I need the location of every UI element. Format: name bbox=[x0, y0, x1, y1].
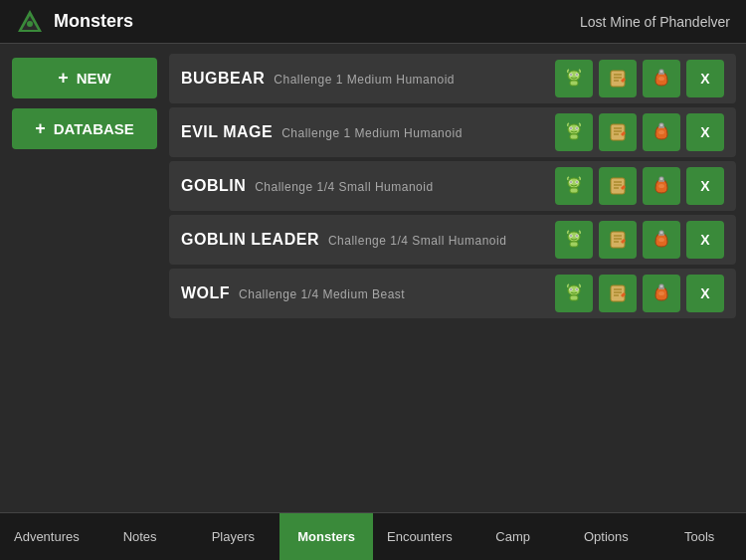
add-to-encounter-button[interactable] bbox=[643, 221, 680, 259]
database-button[interactable]: + DATABASE bbox=[12, 108, 157, 149]
x-label: X bbox=[700, 285, 709, 301]
potion-icon bbox=[651, 68, 672, 90]
svg-point-2 bbox=[27, 21, 33, 27]
scroll-icon bbox=[607, 68, 629, 90]
svg-point-46 bbox=[576, 235, 577, 236]
monster-actions: X bbox=[555, 275, 724, 312]
monster-actions: X bbox=[555, 113, 724, 151]
delete-monster-button[interactable]: X bbox=[686, 60, 724, 97]
svg-rect-60 bbox=[570, 295, 578, 300]
svg-rect-22 bbox=[611, 124, 625, 140]
add-to-encounter-button[interactable] bbox=[643, 113, 680, 151]
new-monster-button[interactable]: + NEW bbox=[12, 58, 157, 98]
x-label: X bbox=[700, 124, 709, 140]
svg-point-66 bbox=[658, 291, 664, 295]
delete-monster-button[interactable]: X bbox=[686, 167, 724, 205]
scroll-icon bbox=[607, 175, 629, 197]
edit-monster-button[interactable] bbox=[599, 275, 637, 312]
header: Monsters Lost Mine of Phandelver bbox=[0, 0, 746, 44]
svg-rect-8 bbox=[570, 81, 578, 86]
monster-row: BUGBEAR Challenge 1 Medium Humanoid bbox=[169, 54, 736, 103]
svg-rect-9 bbox=[611, 71, 625, 87]
monster-row: EVIL MAGE Challenge 1 Medium Humanoid bbox=[169, 107, 736, 157]
add-to-encounter-button[interactable] bbox=[643, 60, 680, 97]
svg-point-32 bbox=[570, 181, 571, 182]
database-label: DATABASE bbox=[54, 120, 134, 137]
x-label: X bbox=[700, 178, 709, 194]
view-monster-button[interactable] bbox=[555, 60, 593, 97]
monster-row: WOLF Challenge 1/4 Medium Beast bbox=[169, 269, 736, 318]
edit-monster-button[interactable] bbox=[599, 221, 637, 259]
bottom-nav: Adventures Notes Players Monsters Encoun… bbox=[0, 512, 746, 560]
view-monster-button[interactable] bbox=[555, 275, 593, 312]
svg-rect-34 bbox=[570, 188, 578, 193]
svg-rect-47 bbox=[570, 242, 578, 247]
nav-item-monsters[interactable]: Monsters bbox=[280, 513, 373, 560]
svg-point-45 bbox=[570, 235, 571, 236]
monster-icon bbox=[563, 175, 585, 197]
nav-item-tools[interactable]: Tools bbox=[653, 513, 746, 560]
plus-icon: + bbox=[58, 68, 69, 89]
app-title: Monsters bbox=[54, 11, 133, 32]
svg-point-19 bbox=[570, 127, 571, 128]
monster-icon bbox=[563, 282, 585, 304]
svg-point-6 bbox=[570, 74, 571, 75]
potion-icon bbox=[651, 282, 672, 304]
monster-details: Challenge 1 Medium Humanoid bbox=[281, 126, 463, 140]
view-monster-button[interactable] bbox=[555, 167, 593, 205]
scroll-icon bbox=[607, 229, 629, 251]
app-logo-icon bbox=[16, 8, 44, 36]
x-label: X bbox=[700, 71, 709, 87]
svg-rect-48 bbox=[611, 232, 625, 248]
monster-name: GOBLIN Challenge 1/4 Small Humanoid bbox=[181, 177, 434, 195]
monster-row: GOBLIN LEADER Challenge 1/4 Small Humano… bbox=[169, 215, 736, 265]
nav-item-notes[interactable]: Notes bbox=[93, 513, 187, 560]
delete-monster-button[interactable]: X bbox=[686, 275, 724, 312]
svg-point-58 bbox=[570, 288, 571, 289]
monster-icon bbox=[563, 229, 585, 251]
edit-monster-button[interactable] bbox=[599, 167, 637, 205]
monster-name: EVIL MAGE Challenge 1 Medium Humanoid bbox=[181, 123, 463, 141]
svg-point-7 bbox=[576, 74, 577, 75]
nav-item-options[interactable]: Options bbox=[560, 513, 653, 560]
add-to-encounter-button[interactable] bbox=[643, 275, 680, 312]
monster-icon bbox=[563, 121, 585, 143]
delete-monster-button[interactable]: X bbox=[686, 221, 724, 259]
edit-monster-button[interactable] bbox=[599, 60, 637, 97]
monster-actions: X bbox=[555, 60, 724, 97]
scroll-icon bbox=[607, 121, 629, 143]
nav-item-camp[interactable]: Camp bbox=[466, 513, 560, 560]
edit-monster-button[interactable] bbox=[599, 113, 637, 151]
monster-details: Challenge 1/4 Small Humanoid bbox=[255, 180, 433, 194]
nav-item-adventures[interactable]: Adventures bbox=[0, 513, 93, 560]
view-monster-button[interactable] bbox=[555, 113, 593, 151]
add-to-encounter-button[interactable] bbox=[643, 167, 680, 205]
header-left: Monsters bbox=[16, 8, 133, 36]
main-content: + NEW + DATABASE BUGBEAR Challenge 1 Med… bbox=[0, 44, 746, 512]
view-monster-button[interactable] bbox=[555, 221, 593, 259]
monster-list: BUGBEAR Challenge 1 Medium Humanoid bbox=[169, 44, 746, 512]
monster-name: BUGBEAR Challenge 1 Medium Humanoid bbox=[181, 70, 455, 88]
svg-rect-21 bbox=[570, 134, 578, 139]
svg-point-59 bbox=[576, 288, 577, 289]
plus-icon-db: + bbox=[35, 118, 46, 139]
svg-point-14 bbox=[658, 77, 664, 81]
monster-details: Challenge 1/4 Small Humanoid bbox=[328, 234, 506, 248]
new-label: NEW bbox=[77, 70, 111, 87]
delete-monster-button[interactable]: X bbox=[686, 113, 724, 151]
potion-icon bbox=[651, 121, 672, 143]
x-label: X bbox=[700, 232, 709, 248]
potion-icon bbox=[651, 175, 672, 197]
svg-rect-61 bbox=[611, 285, 625, 301]
monster-name: GOBLIN LEADER Challenge 1/4 Small Humano… bbox=[181, 231, 506, 249]
monster-details: Challenge 1 Medium Humanoid bbox=[274, 73, 455, 87]
potion-icon bbox=[651, 229, 672, 251]
nav-item-players[interactable]: Players bbox=[187, 513, 280, 560]
svg-point-40 bbox=[658, 184, 664, 188]
scroll-icon bbox=[607, 282, 629, 304]
monster-row: GOBLIN Challenge 1/4 Small Humanoid bbox=[169, 161, 736, 211]
monster-icon bbox=[563, 68, 585, 90]
monster-actions: X bbox=[555, 167, 724, 205]
nav-item-encounters[interactable]: Encounters bbox=[373, 513, 466, 560]
svg-point-27 bbox=[658, 130, 664, 134]
